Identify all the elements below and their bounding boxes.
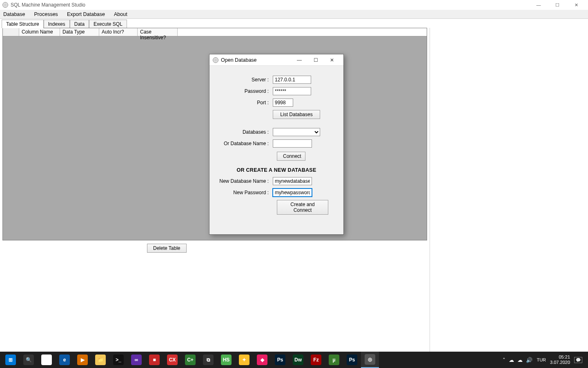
create-section-heading: OR CREATE A NEW DATABASE xyxy=(218,167,335,173)
taskbar-ps2-icon: Ps xyxy=(347,355,357,365)
port-label: Port : xyxy=(218,100,269,105)
list-databases-button[interactable]: List Databases xyxy=(273,110,320,119)
tray-clock[interactable]: 05:21 3.07.2020 xyxy=(550,355,570,365)
tray-notifications-icon[interactable]: 💬 xyxy=(574,357,582,363)
taskbar-app-pink[interactable]: ◆ xyxy=(253,352,271,368)
password-input[interactable] xyxy=(273,87,311,95)
taskbar-app-cpp[interactable]: C+ xyxy=(181,352,199,368)
password-label: Password : xyxy=(218,88,269,94)
create-and-connect-button[interactable]: Create and Connect xyxy=(277,200,328,215)
window-close-button[interactable]: ✕ xyxy=(567,0,586,10)
taskbar-app-current[interactable]: ◎ xyxy=(361,352,379,368)
taskbar-utorrent[interactable]: µ xyxy=(325,352,343,368)
menu-processes[interactable]: Processes xyxy=(34,11,58,17)
window-titlebar: SQL Machine Management Studio — ☐ ✕ xyxy=(0,0,588,10)
taskbar-utorrent-icon: µ xyxy=(329,355,339,365)
menu-about[interactable]: About xyxy=(114,11,127,17)
or-dbname-input[interactable] xyxy=(273,139,312,148)
taskbar-edge-icon: e xyxy=(59,355,70,365)
menu-export-database[interactable]: Export Database xyxy=(67,11,105,17)
new-dbname-input[interactable] xyxy=(273,177,312,185)
tab-table-structure[interactable]: Table Structure xyxy=(2,20,44,28)
server-input[interactable] xyxy=(273,76,311,84)
app-icon xyxy=(2,2,8,8)
taskbar-search[interactable]: 🔍 xyxy=(20,352,38,368)
taskbar-ps2[interactable]: Ps xyxy=(343,352,361,368)
taskbar-ps-icon: Ps xyxy=(275,355,285,365)
taskbar-app-y[interactable]: ✦ xyxy=(235,352,253,368)
dialog-close-button[interactable]: ✕ xyxy=(324,57,340,63)
taskbar-chrome-icon: ◉ xyxy=(41,355,52,365)
new-dbname-label: New Database Name : xyxy=(218,178,269,184)
taskbar: ⊞🔍◉e▶📁>_∞■CXC+⧉HS✦◆PsDwFzµPs◎ ˄ ☁ ☁ 🔊 TU… xyxy=(0,352,588,368)
window-title: SQL Machine Management Studio xyxy=(11,2,85,8)
tray-volume-icon[interactable]: 🔊 xyxy=(526,357,532,363)
dialog-title: Open Database xyxy=(221,57,257,63)
taskbar-app-red1[interactable]: ■ xyxy=(145,352,163,368)
tab-indexes[interactable]: Indexes xyxy=(44,20,70,28)
dialog-minimize-button[interactable]: — xyxy=(291,57,307,63)
tray-date: 3.07.2020 xyxy=(550,360,570,365)
tray-cloud2-icon[interactable]: ☁ xyxy=(517,357,523,363)
taskbar-cmd[interactable]: >_ xyxy=(109,352,127,368)
tray-icons[interactable]: ˄ ☁ ☁ 🔊 xyxy=(503,357,532,363)
window-minimize-button[interactable]: — xyxy=(529,0,548,10)
taskbar-app-pink-icon: ◆ xyxy=(257,355,267,365)
taskbar-edge[interactable]: e xyxy=(56,352,74,368)
grid-header-row: Column Name Data Type Auto Incr? Case In… xyxy=(3,28,427,36)
side-pane xyxy=(430,28,588,355)
taskbar-start[interactable]: ⊞ xyxy=(2,352,20,368)
taskbar-app-y-icon: ✦ xyxy=(239,355,249,365)
taskbar-app-current-icon: ◎ xyxy=(365,354,375,365)
tray-cloud-icon[interactable]: ☁ xyxy=(509,357,514,363)
taskbar-vs[interactable]: ∞ xyxy=(127,352,145,368)
taskbar-search-icon: 🔍 xyxy=(23,355,34,365)
taskbar-app-cpp-icon: C+ xyxy=(185,355,196,365)
databases-select[interactable] xyxy=(273,128,320,136)
taskbar-media[interactable]: ▶ xyxy=(74,352,91,368)
grid-header-blank xyxy=(3,28,19,36)
taskbar-media-icon: ▶ xyxy=(77,355,88,365)
taskbar-chrome[interactable]: ◉ xyxy=(38,352,56,368)
tray-time: 05:21 xyxy=(550,355,570,360)
menu-database[interactable]: Database xyxy=(3,11,25,17)
grid-header-column-name[interactable]: Column Name xyxy=(19,28,60,36)
taskbar-ps[interactable]: Ps xyxy=(271,352,289,368)
taskbar-app-cx-icon: CX xyxy=(167,355,178,365)
grid-header-data-type[interactable]: Data Type xyxy=(60,28,99,36)
taskbar-explorer[interactable]: 📁 xyxy=(91,352,109,368)
dialog-icon xyxy=(213,57,218,63)
taskbar-app-win[interactable]: ⧉ xyxy=(199,352,217,368)
taskbar-app-red1-icon: ■ xyxy=(149,355,160,365)
taskbar-app-win-icon: ⧉ xyxy=(203,355,214,365)
taskbar-fz[interactable]: Fz xyxy=(307,352,325,368)
connect-button[interactable]: Connect xyxy=(277,152,305,161)
delete-table-button[interactable]: Delete Table xyxy=(147,244,187,253)
server-label: Server : xyxy=(218,77,269,83)
new-password-input[interactable] xyxy=(273,188,312,197)
dialog-maximize-button[interactable]: ☐ xyxy=(307,57,324,63)
tab-data[interactable]: Data xyxy=(70,20,89,28)
tray-up-icon[interactable]: ˄ xyxy=(503,357,506,363)
tab-strip: Table Structure Indexes Data Execute SQL xyxy=(0,19,588,28)
taskbar-vs-icon: ∞ xyxy=(131,355,142,365)
menu-bar: Database Processes Export Database About xyxy=(0,10,588,19)
taskbar-explorer-icon: 📁 xyxy=(95,355,106,365)
databases-label: Databases : xyxy=(218,129,269,135)
taskbar-app-hs-icon: HS xyxy=(221,355,232,365)
taskbar-dw[interactable]: Dw xyxy=(289,352,307,368)
window-maximize-button[interactable]: ☐ xyxy=(548,0,567,10)
taskbar-fz-icon: Fz xyxy=(311,355,321,365)
taskbar-app-cx[interactable]: CX xyxy=(163,352,181,368)
or-dbname-label: Or Database Name : xyxy=(218,141,269,146)
taskbar-start-icon: ⊞ xyxy=(5,355,16,365)
taskbar-app-hs[interactable]: HS xyxy=(217,352,235,368)
grid-header-auto-incr[interactable]: Auto Incr? xyxy=(99,28,138,36)
dialog-titlebar[interactable]: Open Database — ☐ ✕ xyxy=(209,54,343,66)
port-input[interactable] xyxy=(273,99,293,107)
tab-execute-sql[interactable]: Execute SQL xyxy=(89,20,127,28)
tray-language[interactable]: TUR xyxy=(537,357,546,362)
new-password-label: New Password : xyxy=(218,190,269,195)
grid-header-case-insensitive[interactable]: Case Insensitive? xyxy=(138,28,178,36)
open-database-dialog: Open Database — ☐ ✕ Server : Password : … xyxy=(209,54,344,235)
